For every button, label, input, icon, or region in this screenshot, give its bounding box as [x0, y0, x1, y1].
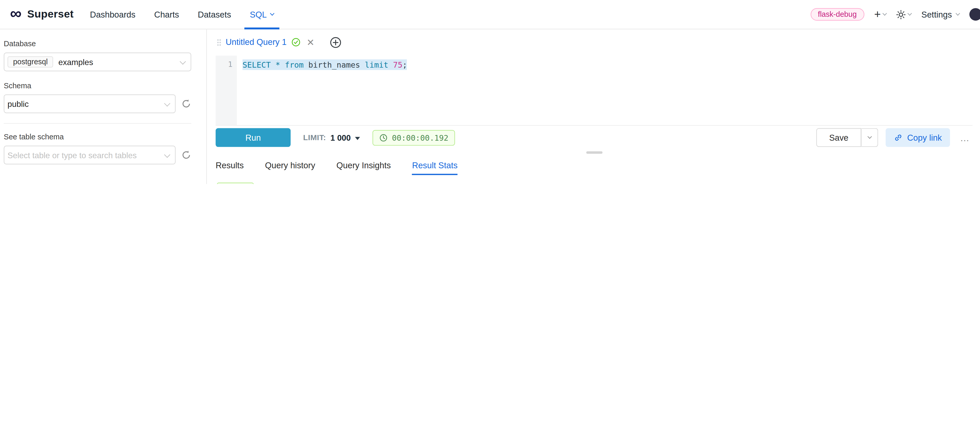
nav-sql-label: SQL [250, 10, 267, 19]
brand-name: Superset [27, 8, 73, 21]
nav-dashboards[interactable]: Dashboards [90, 0, 135, 29]
table-select-placeholder: Select table or type to search tables [8, 150, 137, 160]
superset-logo[interactable]: ∞ Superset [10, 6, 74, 22]
copy-link-label: Copy link [907, 133, 942, 142]
query-timer: 00:00:00.192 [372, 130, 455, 146]
chevron-down-icon [164, 152, 170, 158]
chevron-down-icon [956, 11, 960, 16]
section-header: number(3) [217, 183, 972, 184]
chevron-down-icon [180, 59, 186, 65]
new-item-menu[interactable]: + [874, 9, 886, 20]
plus-icon: + [874, 9, 881, 20]
editor-gutter: 1 [216, 56, 237, 125]
results-tabbar: Results Query history Query Insights Res… [216, 156, 972, 175]
sqllab-main: Untitled Query 1 ✕ 1 [207, 29, 980, 184]
panel-resize-handle[interactable] [216, 150, 972, 156]
caret-down-icon [355, 137, 360, 140]
refresh-tables-icon[interactable] [181, 150, 191, 160]
result-stats-panel: number(3)ColumnNulls %Distinct %Most Fre… [216, 175, 972, 184]
database-engine-tag: postgresql [8, 56, 53, 68]
chevron-down-icon [164, 100, 170, 107]
new-tab-button[interactable] [329, 36, 342, 49]
settings-menu[interactable]: Settings [921, 10, 959, 19]
schema-select-value: public [8, 99, 29, 108]
plus-circle-icon [330, 37, 341, 48]
database-label: Database [4, 40, 191, 48]
database-select[interactable]: postgresql examples [4, 53, 191, 71]
top-navbar: ∞ Superset Dashboards Charts Datasets SQ… [0, 0, 980, 29]
sidebar-divider [4, 123, 191, 124]
environment-badge: flask-debug [810, 8, 864, 21]
schema-select[interactable]: public [4, 94, 176, 113]
tab-results[interactable]: Results [216, 156, 244, 175]
sql-token: limit [365, 60, 393, 69]
run-button[interactable]: Run [216, 128, 291, 147]
limit-value: 1 000 [330, 133, 351, 142]
query-success-icon [291, 38, 300, 47]
body-row: Database postgresql examples Schema publ… [0, 29, 980, 184]
editor-code-area[interactable]: SELECT * from birth_names limit 75; [237, 56, 972, 125]
editor-tabbar: Untitled Query 1 ✕ [216, 29, 972, 56]
schema-label: Schema [4, 81, 191, 90]
main-nav: Dashboards Charts Datasets SQL [90, 0, 274, 29]
table-schema-label: See table schema [4, 133, 191, 142]
tab-query-insights[interactable]: Query Insights [336, 156, 391, 175]
timer-value: 00:00:00.192 [392, 133, 449, 142]
more-options-icon[interactable]: … [958, 132, 972, 143]
clock-icon [380, 134, 388, 142]
sql-token: birth_names [309, 60, 365, 69]
superset-sqllab-app: ∞ Superset Dashboards Charts Datasets SQ… [0, 0, 980, 184]
sql-token: 75 [393, 60, 402, 69]
toolbar-right: Save Copy link … [816, 128, 972, 147]
tab-result-stats[interactable]: Result Stats [412, 156, 458, 175]
limit-dropdown[interactable]: LIMIT: 1 000 [303, 133, 360, 142]
query-tab-title: Untitled Query 1 [226, 38, 286, 47]
save-button[interactable]: Save [816, 128, 862, 147]
database-select-value: examples [58, 57, 93, 67]
copy-link-button[interactable]: Copy link [886, 128, 950, 147]
refresh-schemas-icon[interactable] [181, 99, 191, 109]
tab-query-history[interactable]: Query history [265, 156, 315, 175]
chevron-down-icon [883, 11, 887, 16]
grip-icon [586, 151, 602, 154]
sql-query-text: SELECT * from birth_names limit 75; [243, 59, 407, 70]
line-number: 1 [228, 60, 233, 68]
chevron-down-icon [907, 11, 912, 16]
table-select[interactable]: Select table or type to search tables [4, 146, 176, 164]
type-tag: number [217, 183, 253, 184]
theme-sun-icon [896, 10, 906, 19]
avatar[interactable] [969, 8, 980, 21]
close-tab-icon[interactable]: ✕ [307, 38, 314, 47]
sqllab-sidebar: Database postgresql examples Schema publ… [0, 29, 207, 184]
stats-section-number: number(3)ColumnNulls %Distinct %Most Fre… [216, 183, 972, 184]
sql-token: * [275, 60, 285, 69]
nav-sql[interactable]: SQL [250, 0, 274, 29]
drag-handle-icon [217, 39, 221, 46]
chevron-down-icon [270, 11, 274, 16]
navbar-right: flask-debug + Settings [810, 8, 971, 21]
query-tab[interactable]: Untitled Query 1 ✕ [216, 38, 316, 47]
sql-token: from [285, 60, 309, 69]
link-icon [894, 133, 903, 142]
save-dropdown-button[interactable] [862, 128, 878, 147]
limit-label: LIMIT: [303, 133, 326, 142]
editor-toolbar: Run LIMIT: 1 000 00:00:00.192 Save [216, 126, 972, 150]
sql-token: ; [402, 60, 407, 69]
settings-label: Settings [921, 10, 952, 19]
nav-datasets[interactable]: Datasets [198, 0, 231, 29]
sql-editor[interactable]: 1 SELECT * from birth_names limit 75; [216, 56, 972, 125]
nav-charts[interactable]: Charts [154, 0, 179, 29]
chevron-down-icon [868, 134, 872, 139]
theme-menu[interactable] [896, 10, 912, 19]
sql-token: SELECT [243, 60, 275, 69]
superset-logo-icon: ∞ [10, 5, 22, 21]
